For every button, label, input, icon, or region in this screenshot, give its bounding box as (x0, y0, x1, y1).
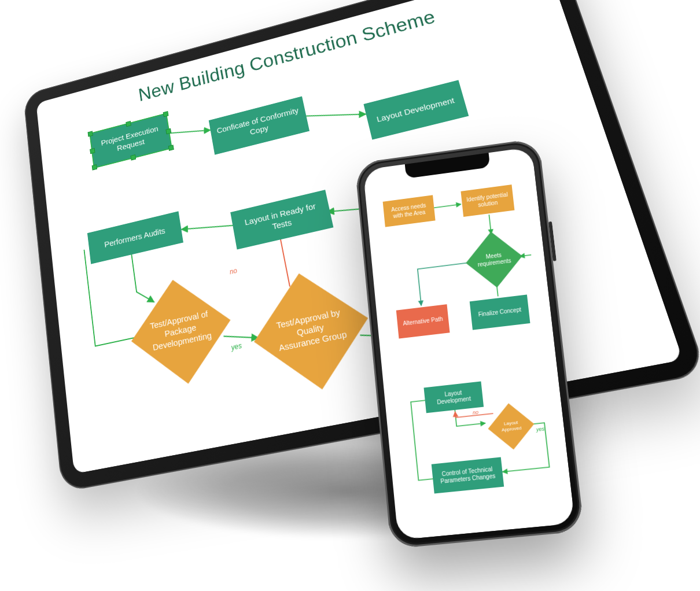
node-alternative-path[interactable]: Alternative Path (396, 304, 450, 338)
node-label: Conficate of Conformity Copy (215, 106, 303, 146)
edge-label-no: no (472, 409, 478, 416)
node-label: Identify potential solution (465, 191, 510, 210)
resize-handle-icon[interactable] (92, 164, 97, 171)
node-label: Control of Technical Parameters Changes (436, 465, 500, 485)
node-label: Project Execution Request (96, 123, 165, 158)
edge-label-no: no (229, 267, 238, 276)
node-label: Performers Audits (104, 226, 165, 250)
node-performers-audits[interactable]: Performers Audits (87, 211, 183, 264)
edge-label-yes: yes (231, 342, 242, 352)
node-label: Layout Development (375, 95, 455, 124)
resize-handle-icon[interactable] (165, 128, 171, 135)
resize-handle-icon[interactable] (126, 121, 131, 127)
node-label: Test/Approval by Quality Assurance Group (273, 306, 349, 354)
node-meets-requirements[interactable]: Meets requirements (466, 232, 522, 288)
resize-handle-icon[interactable] (90, 148, 95, 154)
resize-handle-icon[interactable] (168, 145, 174, 151)
node-layout-development[interactable]: Layout Development (363, 80, 469, 139)
node-label: Layout Development (428, 387, 480, 407)
node-label: Alternative Path (403, 316, 443, 327)
node-project-execution-request[interactable]: Project Execution Request (90, 114, 171, 167)
node-label: Layout Approved (498, 419, 524, 433)
node-label: Access needs with the Area (386, 202, 431, 221)
edge-label-yes: yes (536, 426, 544, 433)
node-confiscate-conformity-copy[interactable]: Conficate of Conformity Copy (209, 96, 310, 154)
node-identify-solution[interactable]: Identify potential solution (460, 184, 514, 217)
phone-device: Access needs with the Area Identify pote… (350, 136, 581, 547)
resize-handle-icon[interactable] (87, 131, 93, 136)
node-label: Meets requirements (477, 250, 511, 268)
resize-handle-icon[interactable] (130, 154, 136, 161)
stage: New Building Construction Scheme (0, 0, 700, 591)
node-access-needs[interactable]: Access needs with the Area (383, 195, 436, 227)
resize-handle-icon[interactable] (163, 111, 169, 117)
node-control-technical-params[interactable]: Control of Technical Parameters Changes (432, 457, 504, 493)
